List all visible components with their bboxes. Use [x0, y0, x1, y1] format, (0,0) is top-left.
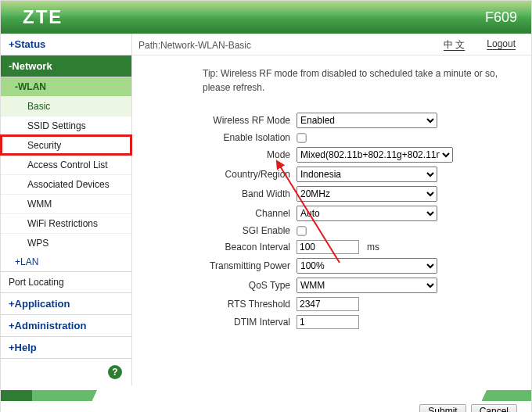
sidebar-item-associated-devices[interactable]: Associated Devices	[1, 174, 131, 194]
model-label: F609	[485, 9, 517, 26]
lang-link[interactable]: 中 文	[444, 38, 465, 52]
sidebar: Status Network WLAN Basic SSID Settings …	[1, 34, 132, 385]
checkbox-sgi[interactable]	[297, 226, 306, 235]
sidebar-item-help[interactable]: Help	[1, 337, 131, 359]
sidebar-item-port-locating[interactable]: Port Locating	[1, 272, 131, 293]
label-sgi: SGI Enable	[132, 225, 297, 236]
select-txpower[interactable]: 100%	[297, 258, 437, 274]
select-country[interactable]: Indonesia	[297, 167, 437, 182]
sidebar-item-wmm[interactable]: WMM	[1, 194, 131, 213]
cancel-button[interactable]: Cancel	[471, 404, 517, 412]
select-rfmode[interactable]: Enabled	[297, 113, 437, 128]
sidebar-item-status[interactable]: Status	[1, 34, 131, 56]
submit-button[interactable]: Submit	[419, 404, 466, 412]
checkbox-isolation[interactable]	[297, 133, 306, 142]
sidebar-item-basic[interactable]: Basic	[1, 96, 131, 116]
brand-logo: ZTE	[23, 6, 63, 28]
label-bandwidth: Band Width	[132, 188, 297, 199]
app-header: ZTE F609	[1, 1, 531, 34]
unit-ms: ms	[367, 242, 379, 253]
label-qos: QoS Type	[132, 280, 297, 291]
label-rts: RTS Threshold	[132, 299, 297, 310]
tip-text: Tip: Wireless RF mode from disabled to s…	[132, 56, 531, 106]
sidebar-item-security[interactable]: Security	[1, 135, 131, 155]
sidebar-item-wifi-restrictions[interactable]: WiFi Restrictions	[1, 213, 131, 233]
select-mode[interactable]: Mixed(802.11b+802.11g+802.11n)	[297, 147, 453, 163]
input-dtim[interactable]	[297, 315, 359, 329]
help-icon[interactable]: ?	[108, 365, 122, 379]
main-content: Path:Network-WLAN-Basic 中 文 Logout Tip: …	[132, 34, 531, 385]
footer-stripe	[1, 390, 531, 401]
sidebar-item-lan[interactable]: LAN	[1, 253, 131, 272]
input-rts[interactable]	[297, 297, 359, 311]
sidebar-item-access-control-list[interactable]: Access Control List	[1, 155, 131, 174]
sidebar-item-ssid-settings[interactable]: SSID Settings	[1, 116, 131, 135]
label-isolation: Enable Isolation	[132, 132, 297, 143]
label-mode: Mode	[132, 149, 297, 160]
select-bandwidth[interactable]: 20MHz	[297, 186, 437, 202]
label-dtim: DTIM Interval	[132, 317, 297, 328]
sidebar-item-application[interactable]: Application	[1, 293, 131, 315]
label-txpower: Transmitting Power	[132, 260, 297, 271]
breadcrumb: Path:Network-WLAN-Basic	[138, 40, 251, 51]
sidebar-item-administration[interactable]: Administration	[1, 315, 131, 337]
label-channel: Channel	[132, 208, 297, 219]
input-beacon[interactable]	[297, 240, 359, 254]
sidebar-item-wps[interactable]: WPS	[1, 233, 131, 253]
label-country: Country/Region	[132, 169, 297, 180]
label-rfmode: Wireless RF Mode	[132, 115, 297, 126]
sidebar-item-network[interactable]: Network	[1, 56, 131, 77]
logout-link[interactable]: Logout	[487, 38, 516, 52]
label-beacon: Beacon Interval	[132, 242, 297, 253]
select-qos[interactable]: WMM	[297, 278, 437, 293]
sidebar-item-wlan[interactable]: WLAN	[1, 77, 131, 96]
select-channel[interactable]: Auto	[297, 206, 437, 221]
